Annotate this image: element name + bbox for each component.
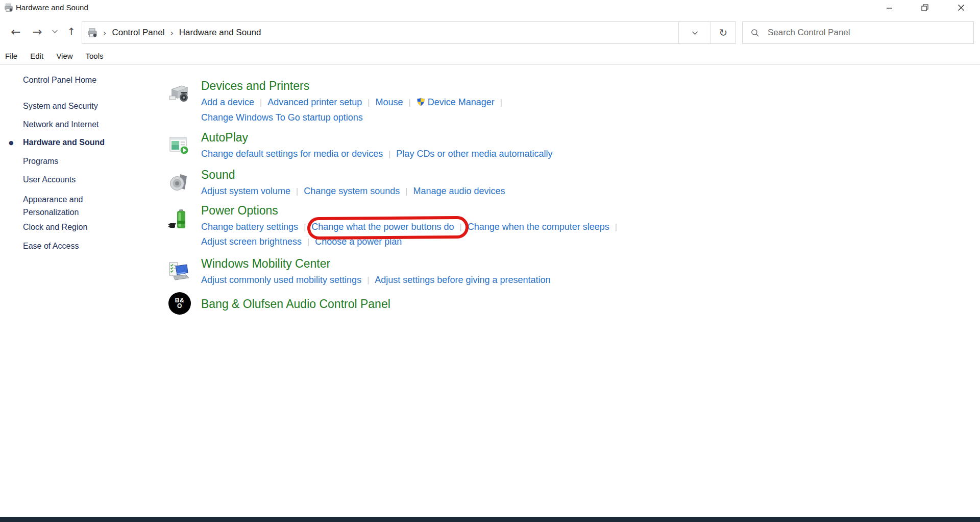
link-manage-audio-devices[interactable]: Manage audio devices — [413, 186, 505, 196]
link-change-windows-to-go[interactable]: Change Windows To Go startup options — [201, 112, 363, 123]
minimize-icon — [886, 5, 893, 11]
link-advanced-printer-setup[interactable]: Advanced printer setup — [267, 97, 362, 107]
link-separator: | — [307, 238, 309, 246]
mobility-center-icon — [168, 261, 190, 282]
link-separator: | — [368, 98, 370, 107]
back-button[interactable]: ← — [8, 23, 23, 40]
chevron-down-icon — [52, 29, 58, 34]
links-row: Change battery settings|Change what the … — [201, 220, 730, 234]
printer-icon — [87, 28, 97, 38]
menu-view[interactable]: View — [56, 52, 72, 60]
link-separator: | — [405, 187, 407, 196]
link-mouse[interactable]: Mouse — [376, 97, 403, 107]
link-change-power-buttons[interactable]: Change what the power buttons do — [311, 222, 454, 232]
minimize-button[interactable] — [877, 0, 901, 15]
sidebar-item-clock-and-region[interactable]: Clock and Region — [23, 223, 87, 232]
menu-file[interactable]: File — [5, 52, 17, 60]
sidebar-item-network-and-internet[interactable]: Network and Internet — [23, 120, 99, 129]
search-box — [742, 21, 974, 44]
close-button[interactable] — [949, 0, 973, 15]
link-separator: | — [367, 276, 369, 284]
section-title-bang-olufsen[interactable]: Bang & Olufsen Audio Control Panel — [201, 296, 390, 312]
link-device-manager[interactable]: Device Manager — [416, 97, 495, 107]
sidebar-item-appearance-and-personalization[interactable]: Appearance and Personalization — [23, 193, 120, 219]
link-adjust-screen-brightness[interactable]: Adjust screen brightness — [201, 236, 302, 247]
link-adjust-presentation-settings[interactable]: Adjust settings before giving a presenta… — [375, 275, 550, 285]
sidebar-item-programs[interactable]: Programs — [23, 157, 58, 166]
breadcrumb-chevron: › — [103, 28, 106, 38]
links-row: Change default settings for media or dev… — [201, 147, 730, 161]
printer-camera-icon — [168, 83, 190, 105]
link-separator: | — [296, 187, 298, 196]
search-input[interactable] — [767, 27, 973, 38]
up-button[interactable]: ↑ — [64, 23, 79, 40]
sidebar-item-user-accounts[interactable]: User Accounts — [23, 175, 76, 184]
uac-shield-icon — [416, 96, 425, 110]
refresh-button[interactable]: ↻ — [710, 22, 736, 43]
links-row: Adjust screen brightness|Choose a power … — [201, 234, 730, 249]
link-add-a-device[interactable]: Add a device — [201, 97, 254, 107]
bo-logo-line2: O — [177, 303, 182, 309]
link-play-cds-automatically[interactable]: Play CDs or other media automatically — [396, 149, 552, 159]
menu-separator — [0, 64, 980, 65]
link-choose-a-power-plan[interactable]: Choose a power plan — [315, 236, 402, 247]
section-sound: Sound Adjust system volume|Change system… — [168, 167, 730, 199]
link-adjust-mobility-settings[interactable]: Adjust commonly used mobility settings — [201, 275, 361, 285]
section-title-autoplay[interactable]: AutoPlay — [201, 130, 248, 145]
link-adjust-system-volume[interactable]: Adjust system volume — [201, 186, 290, 196]
forward-button[interactable]: → — [30, 23, 45, 40]
printer-icon — [4, 3, 13, 12]
speaker-icon — [168, 172, 190, 194]
link-separator: | — [304, 223, 306, 231]
active-item-bullet: ● — [9, 139, 14, 146]
breadcrumb-hardware-and-sound[interactable]: Hardware and Sound — [179, 28, 261, 38]
restore-button[interactable] — [913, 0, 937, 15]
section-title-windows-mobility-center[interactable]: Windows Mobility Center — [201, 256, 330, 271]
links-row: Change Windows To Go startup options — [201, 110, 730, 125]
sidebar-item-control-panel-home[interactable]: Control Panel Home — [23, 76, 96, 85]
power-battery-icon — [168, 208, 190, 229]
address-dropdown-button[interactable] — [678, 22, 710, 43]
recent-pages-button[interactable] — [49, 28, 60, 36]
sidebar-item-hardware-and-sound[interactable]: Hardware and Sound — [23, 138, 105, 147]
close-icon — [958, 4, 965, 11]
links-row: Adjust commonly used mobility settings|A… — [201, 273, 730, 288]
breadcrumb-chevron: › — [170, 28, 173, 38]
chevron-down-icon — [692, 31, 698, 35]
section-power-options: Power Options Change battery settings|Ch… — [168, 203, 730, 249]
breadcrumb-control-panel[interactable]: Control Panel — [112, 28, 164, 38]
section-title-power-options[interactable]: Power Options — [201, 203, 278, 218]
section-title-devices-and-printers[interactable]: Devices and Printers — [201, 78, 309, 93]
link-separator: | — [260, 98, 262, 107]
link-change-when-computer-sleeps[interactable]: Change when the computer sleeps — [468, 222, 609, 232]
menu-tools[interactable]: Tools — [86, 52, 104, 60]
sidebar-item-system-and-security[interactable]: System and Security — [23, 102, 98, 111]
control-panel-window: Hardware and Sound ← → ↑ — [0, 0, 980, 522]
link-change-battery-settings[interactable]: Change battery settings — [201, 222, 298, 232]
links-row: Add a device|Advanced printer setup|Mous… — [201, 95, 730, 110]
autoplay-icon — [168, 135, 190, 156]
link-separator: | — [409, 98, 411, 107]
restore-icon — [921, 4, 928, 11]
links-row: Adjust system volume|Change system sound… — [201, 184, 730, 199]
section-bang-olufsen: B& O Bang & Olufsen Audio Control Panel — [168, 296, 730, 312]
link-separator: | — [500, 98, 502, 107]
taskbar-edge — [0, 517, 980, 522]
section-devices-and-printers: Devices and Printers Add a device|Advanc… — [168, 78, 730, 125]
link-separator: | — [388, 150, 390, 158]
menu-bar: File Edit View Tools — [5, 52, 114, 63]
menu-edit[interactable]: Edit — [30, 52, 43, 60]
link-change-default-media-settings[interactable]: Change default settings for media or dev… — [201, 149, 383, 159]
window-title: Hardware and Sound — [16, 0, 88, 15]
title-bar: Hardware and Sound — [0, 0, 980, 15]
link-separator: | — [615, 223, 617, 231]
section-title-sound[interactable]: Sound — [201, 167, 235, 182]
section-windows-mobility-center: Windows Mobility Center Adjust commonly … — [168, 256, 730, 288]
breadcrumb: › Control Panel › Hardware and Sound — [87, 22, 261, 43]
bang-olufsen-icon: B& O — [168, 292, 191, 315]
address-bar[interactable]: › Control Panel › Hardware and Sound ↻ — [82, 21, 736, 44]
link-separator: | — [459, 223, 461, 231]
search-icon — [751, 29, 760, 37]
link-change-system-sounds[interactable]: Change system sounds — [304, 186, 400, 196]
sidebar-item-ease-of-access[interactable]: Ease of Access — [23, 242, 79, 251]
